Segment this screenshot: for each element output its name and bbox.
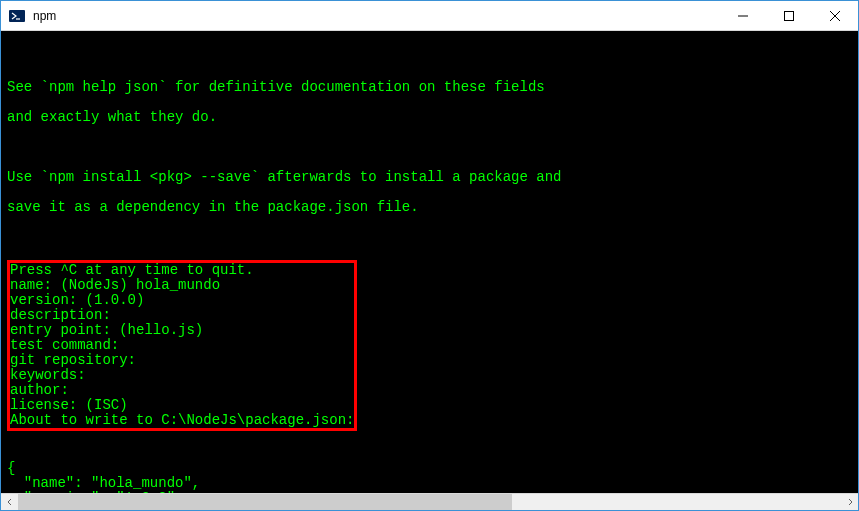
terminal-line: save it as a dependency in the package.j… [7, 200, 854, 215]
prompt-description: description: [10, 308, 354, 323]
svg-rect-3 [785, 12, 794, 21]
scrollbar-track[interactable] [18, 494, 841, 511]
powershell-icon [9, 8, 25, 24]
horizontal-scrollbar[interactable] [1, 493, 858, 510]
terminal-line [7, 50, 854, 65]
prompt-author: author: [10, 383, 354, 398]
window-title: npm [33, 9, 56, 23]
close-button[interactable] [812, 1, 858, 31]
prompt-license: license: (ISC) [10, 398, 354, 413]
prompt-about-to-write: About to write to C:\NodeJs\package.json… [10, 413, 354, 428]
terminal-line [7, 140, 854, 155]
minimize-button[interactable] [720, 1, 766, 31]
prompt-entry-point: entry point: (hello.js) [10, 323, 354, 338]
scroll-right-button[interactable] [841, 494, 858, 511]
terminal-line [7, 230, 854, 245]
terminal-line: and exactly what they do. [7, 110, 854, 125]
scrollbar-thumb[interactable] [18, 494, 512, 511]
prompt-name: name: (NodeJs) hola_mundo [10, 278, 354, 293]
window-controls [720, 1, 858, 31]
maximize-button[interactable] [766, 1, 812, 31]
terminal-line: See `npm help json` for definitive docum… [7, 80, 854, 95]
prompt-keywords: keywords: [10, 368, 354, 383]
terminal-line [7, 431, 854, 446]
prompt-git-repository: git repository: [10, 353, 354, 368]
terminal-output[interactable]: See `npm help json` for definitive docum… [1, 31, 858, 493]
prompt-test-command: test command: [10, 338, 354, 353]
json-preview: { "name": "hola_mundo", "version": "1.0.… [7, 461, 854, 493]
terminal-line: Use `npm install <pkg> --save` afterward… [7, 170, 854, 185]
titlebar[interactable]: npm [1, 1, 858, 31]
highlighted-prompts-box: Press ^C at any time to quit.name: (Node… [7, 260, 357, 431]
prompt-version: version: (1.0.0) [10, 293, 354, 308]
prompt-quit: Press ^C at any time to quit. [10, 263, 354, 278]
scroll-left-button[interactable] [1, 494, 18, 511]
